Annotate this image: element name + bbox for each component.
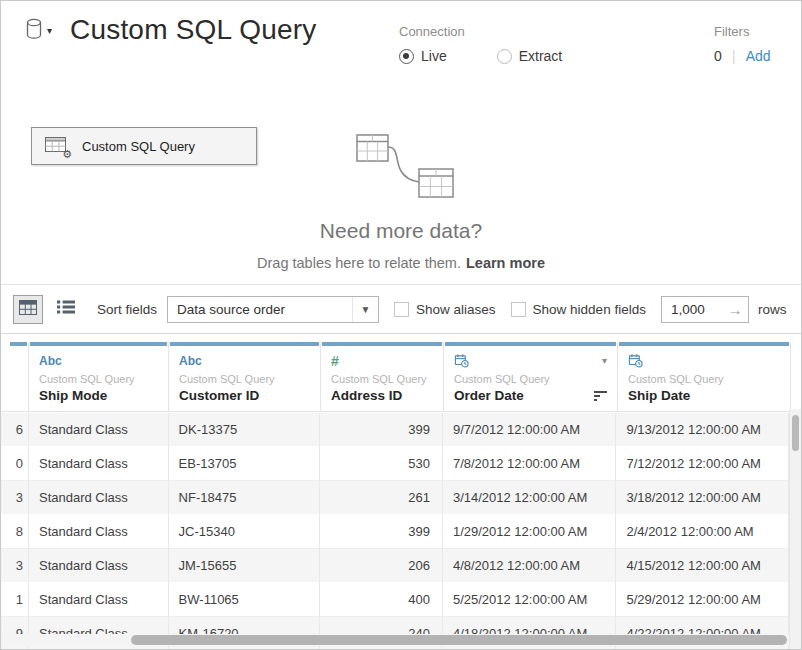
sort-fields-label: Sort fields bbox=[97, 302, 157, 317]
list-view-icon bbox=[57, 300, 75, 318]
sort-order-select[interactable]: Data source order ▼ bbox=[167, 296, 379, 323]
database-icon bbox=[25, 18, 43, 44]
vertical-scrollbar-thumb[interactable] bbox=[792, 415, 799, 451]
field-type-row: # bbox=[331, 352, 433, 369]
horizontal-scrollbar-thumb[interactable] bbox=[131, 635, 787, 645]
extract-radio-label[interactable]: Extract bbox=[519, 48, 563, 64]
field-type-row: Abc bbox=[179, 352, 310, 369]
cell-address-id: 400 bbox=[320, 583, 443, 617]
add-filter-link[interactable]: Add bbox=[746, 48, 771, 64]
header-accent-bar bbox=[10, 342, 27, 346]
field-menu-caret-icon[interactable]: ▾ bbox=[602, 355, 607, 366]
data-source-menu-button[interactable]: ▾ bbox=[25, 17, 63, 45]
field-name: Order Date bbox=[454, 388, 524, 403]
chevron-down-icon: ▾ bbox=[47, 26, 52, 36]
field-name-row: Ship Date bbox=[628, 388, 780, 403]
live-radio-label[interactable]: Live bbox=[421, 48, 447, 64]
show-aliases-checkbox[interactable] bbox=[394, 302, 409, 317]
show-hidden-fields-label[interactable]: Show hidden fields bbox=[533, 302, 646, 317]
data-grid-view-button[interactable] bbox=[13, 295, 43, 324]
rows-label: rows bbox=[758, 302, 787, 317]
field-name-row: Address ID bbox=[331, 388, 433, 403]
grid-toolbar: Sort fields Data source order ▼ Show ali… bbox=[1, 284, 801, 334]
row-limit-input[interactable]: 1,000 → bbox=[661, 296, 749, 323]
show-aliases-option: Show aliases bbox=[394, 302, 496, 317]
connection-section: Connection Live Extract bbox=[399, 24, 562, 64]
cell-order-date: 9/7/2012 12:00:00 AM bbox=[443, 413, 617, 447]
field-name-row: Customer ID bbox=[179, 388, 310, 403]
cell-order-date: 7/8/2012 12:00:00 AM bbox=[443, 447, 617, 481]
cell-customer-id: JM-15655 bbox=[169, 549, 321, 583]
show-hidden-fields-checkbox[interactable] bbox=[511, 302, 526, 317]
field-name: Customer ID bbox=[179, 388, 259, 403]
custom-sql-query-table-box[interactable]: ⚙ Custom SQL Query bbox=[31, 127, 257, 165]
connection-label: Connection bbox=[399, 24, 562, 39]
table-row: 3Standard ClassNF-184752613/14/2012 12:0… bbox=[1, 481, 789, 515]
vertical-scrollbar[interactable] bbox=[789, 409, 801, 649]
grid-body: 6Standard ClassDK-133753999/7/2012 12:00… bbox=[1, 413, 789, 649]
string-type-icon: Abc bbox=[179, 354, 202, 368]
cell-address-id: 399 bbox=[320, 413, 443, 447]
cell-ship-date: 4/15/2012 12:00:00 AM bbox=[616, 549, 789, 583]
connection-live-radio[interactable]: Live bbox=[399, 48, 447, 64]
cell-ship-date: 5/29/2012 12:00:00 AM bbox=[616, 583, 789, 617]
column-header-content: AbcCustom SQL QueryShip Mode bbox=[29, 346, 168, 403]
table-row: 1Standard ClassBW-110654005/25/2012 12:0… bbox=[1, 583, 789, 617]
column-header-content: Custom SQL QueryShip Date bbox=[618, 346, 790, 403]
divider: | bbox=[732, 47, 736, 64]
field-type-row: ▾ bbox=[454, 352, 607, 369]
radio-unselected-icon[interactable] bbox=[497, 49, 512, 64]
show-hidden-fields-option: Show hidden fields bbox=[511, 302, 646, 317]
learn-more-link[interactable]: Learn more bbox=[466, 255, 545, 271]
row-limit-apply-arrow-icon[interactable]: → bbox=[722, 302, 748, 317]
empty-state-hint: Drag tables here to relate them.Learn mo… bbox=[1, 255, 801, 271]
field-type-row bbox=[628, 352, 780, 369]
row-number-cell: 3 bbox=[9, 481, 29, 515]
cell-address-id: 206 bbox=[320, 549, 443, 583]
field-name-row: Order Date bbox=[454, 388, 607, 403]
number-type-icon: # bbox=[331, 353, 339, 369]
cell-ship-mode: Standard Class bbox=[29, 515, 169, 549]
column-header-ship-date[interactable]: Custom SQL QueryShip Date bbox=[618, 342, 791, 411]
cell-address-id: 261 bbox=[320, 481, 443, 515]
radio-selected-icon[interactable] bbox=[399, 49, 414, 64]
column-header-content: ▾Custom SQL QueryOrder Date bbox=[444, 346, 617, 403]
column-header-ship-mode[interactable]: AbcCustom SQL QueryShip Mode bbox=[29, 342, 169, 411]
cell-customer-id: EB-13705 bbox=[169, 447, 321, 481]
row-number-column-header bbox=[9, 342, 29, 411]
show-aliases-label[interactable]: Show aliases bbox=[416, 302, 496, 317]
cell-ship-mode: Standard Class bbox=[29, 481, 169, 515]
row-limit-value[interactable]: 1,000 bbox=[662, 302, 722, 317]
horizontal-scrollbar[interactable] bbox=[1, 634, 789, 646]
cell-ship-mode: Standard Class bbox=[29, 549, 169, 583]
chevron-down-icon: ▼ bbox=[352, 297, 378, 322]
metadata-view-button[interactable] bbox=[51, 295, 81, 324]
app-header: ▾ Custom SQL Query Connection Live Extra… bbox=[1, 1, 801, 91]
column-header-customer-id[interactable]: AbcCustom SQL QueryCustomer ID bbox=[169, 342, 321, 411]
data-source-page: ▾ Custom SQL Query Connection Live Extra… bbox=[0, 0, 802, 650]
column-header-address-id[interactable]: #Custom SQL QueryAddress ID bbox=[321, 342, 444, 411]
sort-indicator-icon[interactable] bbox=[594, 391, 607, 401]
gear-icon: ⚙ bbox=[62, 149, 72, 160]
field-source-label: Custom SQL Query bbox=[628, 373, 780, 385]
field-source-label: Custom SQL Query bbox=[331, 373, 433, 385]
row-number-cell: 6 bbox=[9, 413, 29, 447]
table-row: 6Standard ClassDK-133753999/7/2012 12:00… bbox=[1, 413, 789, 447]
field-source-label: Custom SQL Query bbox=[454, 373, 607, 385]
connection-extract-radio[interactable]: Extract bbox=[497, 48, 563, 64]
table-row: 8Standard ClassJC-153403991/29/2012 12:0… bbox=[1, 515, 789, 549]
string-type-icon: Abc bbox=[39, 354, 62, 368]
table-gear-icon: ⚙ bbox=[45, 136, 71, 156]
column-header-order-date[interactable]: ▾Custom SQL QueryOrder Date bbox=[444, 342, 618, 411]
row-number-cell: 1 bbox=[9, 583, 29, 617]
grid-header: AbcCustom SQL QueryShip ModeAbcCustom SQ… bbox=[1, 342, 791, 412]
sort-order-value: Data source order bbox=[168, 302, 352, 317]
filters-section: Filters 0 | Add bbox=[714, 24, 771, 64]
cell-order-date: 5/25/2012 12:00:00 AM bbox=[443, 583, 617, 617]
row-number-cell: 8 bbox=[9, 515, 29, 549]
filters-label: Filters bbox=[714, 24, 771, 39]
cell-customer-id: BW-11065 bbox=[169, 583, 321, 617]
cell-ship-date: 3/18/2012 12:00:00 AM bbox=[616, 481, 789, 515]
cell-ship-date: 9/13/2012 12:00:00 AM bbox=[616, 413, 789, 447]
grid-view-icon bbox=[19, 300, 37, 319]
